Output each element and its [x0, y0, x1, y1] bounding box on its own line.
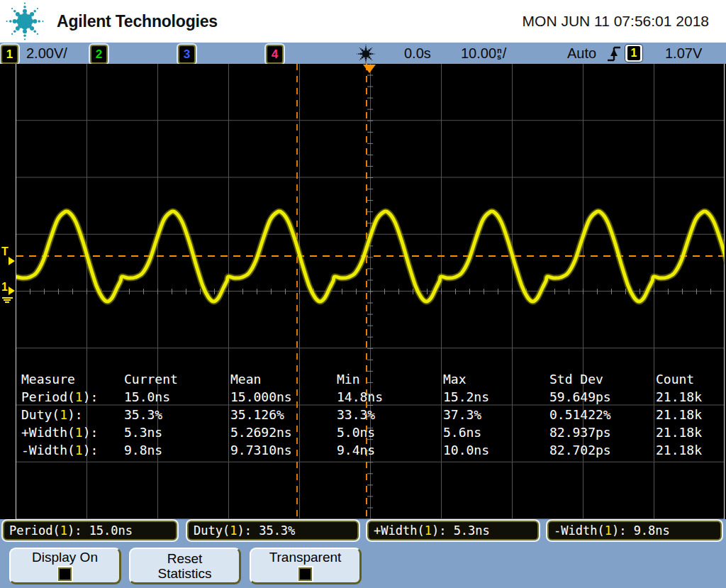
measure-current: 35.3%	[124, 406, 230, 423]
measure-count: 21.18k	[656, 423, 720, 441]
time-reference-marker	[363, 65, 376, 73]
chip-pos-width[interactable]: +Width(1): 5.3ns	[367, 521, 539, 540]
display-on-label: Display On	[32, 550, 98, 565]
measure-max: 10.0ns	[443, 441, 549, 459]
reset-statistics-button[interactable]: ResetStatistics	[129, 548, 241, 584]
trigger-mode: Auto	[567, 43, 596, 64]
measure-current: 15.0ns	[124, 388, 230, 406]
channel-4-badge[interactable]: 4	[266, 45, 284, 64]
measure-current: 9.8ns	[124, 441, 230, 459]
chip-period[interactable]: Period(1): 15.0ns	[3, 521, 177, 540]
ground-symbol-icon	[1, 297, 13, 303]
trigger-edge-icon	[607, 45, 621, 62]
waveform-display: T 1 Measure Current Mean Min Max Std Dev…	[0, 64, 726, 519]
measure-mean: 35.126%	[230, 406, 337, 423]
col-header: Mean	[230, 370, 337, 388]
measure-mean: 15.000ns	[230, 388, 337, 406]
measure-count: 21.18k	[656, 406, 720, 423]
status-bar: 1 2.00V/ 2 3 4 0.0s 10.00ns/ Auto 1 1.07…	[0, 43, 726, 64]
channel-2-badge[interactable]: 2	[90, 45, 108, 64]
measurement-chip-bar: Period(1): 15.0ns Duty(1): 35.3% +Width(…	[0, 519, 726, 543]
col-header: Measure	[21, 370, 124, 388]
col-header: Current	[124, 370, 230, 388]
softkey-bar: Display On ResetStatistics Transparent	[0, 543, 726, 588]
ground-marker-arrow-icon	[9, 287, 15, 295]
measurement-table: Measure Current Mean Min Max Std Dev Cou…	[21, 370, 720, 459]
measure-name: +Width(1):	[21, 423, 124, 441]
trigger-source-badge[interactable]: 1	[625, 45, 642, 62]
measure-stddev: 82.702ps	[549, 441, 656, 459]
col-header: Max	[443, 370, 549, 388]
display-on-button[interactable]: Display On	[9, 548, 121, 584]
spark-icon	[356, 44, 376, 64]
channel-1-badge[interactable]: 1	[1, 45, 18, 64]
transparent-label: Transparent	[269, 550, 342, 565]
brand-title: Agilent Technologies	[57, 0, 218, 43]
measure-name: -Width(1):	[21, 441, 124, 459]
measure-min: 5.0ns	[337, 423, 443, 441]
measure-min: 14.8ns	[337, 388, 443, 406]
trigger-level-readout: 1.07V	[665, 43, 702, 64]
chip-neg-width[interactable]: -Width(1): 9.8ns	[547, 521, 722, 540]
channel-3-badge[interactable]: 3	[178, 45, 196, 64]
measure-mean: 9.7310ns	[230, 441, 337, 459]
measure-name: Period(1):	[21, 388, 124, 406]
agilent-spark-logo-icon	[6, 2, 44, 40]
header-bar: Agilent Technologies MON JUN 11 07:56:01…	[0, 0, 726, 43]
measure-stddev: 82.937ps	[549, 423, 656, 441]
ground-marker-label: 1	[1, 282, 8, 292]
measure-max: 15.2ns	[443, 388, 549, 406]
channel-1-scale: 2.00V/	[26, 43, 67, 64]
measure-min: 9.4ns	[337, 441, 443, 459]
measure-max: 5.6ns	[443, 423, 549, 441]
measure-current: 5.3ns	[124, 423, 230, 441]
col-header: Min	[337, 370, 443, 388]
measure-count: 21.18k	[656, 441, 720, 459]
col-header: Std Dev	[549, 370, 656, 388]
horizontal-delay: 0.0s	[404, 43, 431, 64]
datetime-display: MON JUN 11 07:56:01 2018	[523, 0, 709, 43]
measure-min: 33.3%	[337, 406, 443, 423]
measure-stddev: 59.649ps	[549, 388, 656, 406]
chip-duty[interactable]: Duty(1): 35.3%	[187, 521, 359, 540]
measure-stddev: 0.51422%	[549, 406, 656, 423]
trigger-marker-label: T	[1, 247, 9, 257]
measure-max: 37.3%	[443, 406, 549, 423]
trigger-marker-arrow-icon	[9, 257, 15, 265]
transparent-checkbox[interactable]	[298, 566, 313, 582]
timebase-scale: 10.00ns/	[461, 43, 506, 64]
measure-count: 21.18k	[656, 388, 720, 406]
col-header: Count	[656, 370, 720, 388]
reset-statistics-label: ResetStatistics	[157, 551, 211, 581]
measure-mean: 5.2692ns	[230, 423, 337, 441]
measure-name: Duty(1):	[21, 406, 124, 423]
transparent-button[interactable]: Transparent	[250, 548, 362, 584]
display-on-checkbox[interactable]	[57, 566, 73, 582]
